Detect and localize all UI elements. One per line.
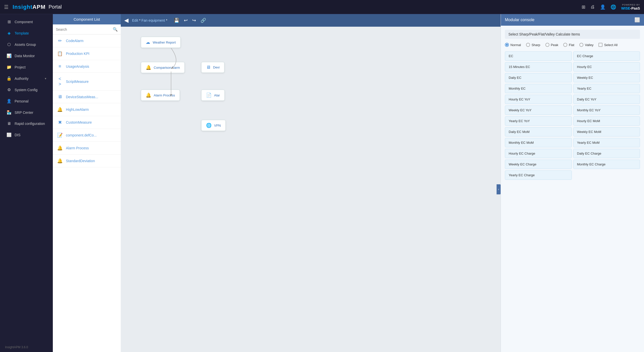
collapse-button[interactable]: ‹ — [497, 184, 501, 194]
item-btn-col2-7[interactable]: Weekly EC MoM — [573, 127, 640, 136]
sidebar-item-authority[interactable]: 🔒 Authority ▾ — [2, 73, 51, 84]
radio-group: Normal Sharp Peak Flat Valley — [505, 43, 640, 47]
item-btn-col2-1[interactable]: Hourly EC — [573, 62, 640, 72]
search-input[interactable] — [56, 27, 111, 31]
radio-sharp[interactable]: Sharp — [526, 43, 540, 47]
node-alarm-process[interactable]: 🔔 Alarm Process — [141, 90, 180, 101]
radio-flat[interactable]: Flat — [563, 43, 574, 47]
item-btn-col1-5[interactable]: Weekly EC YoY — [505, 105, 572, 115]
item-btn-col2-0[interactable]: EC Charge — [573, 51, 640, 61]
menu-icon[interactable]: ☰ — [4, 4, 9, 10]
component-item-component-defco[interactable]: 📝 component.defCo... — [53, 129, 121, 142]
item-btn-col2-9[interactable]: Daily EC Charge — [573, 149, 640, 158]
sidebar-item-personal[interactable]: 👤 Personal — [2, 96, 51, 107]
sidebar-version: InsightAPM 3.6.0 — [0, 342, 53, 352]
sidebar-item-template[interactable]: ◈ Template — [2, 28, 51, 39]
sidebar-item-system-config[interactable]: ⚙ System Config — [2, 84, 51, 95]
radio-valley-label: Valley — [585, 43, 593, 47]
sidebar-item-project[interactable]: 📁 Project — [2, 62, 51, 73]
radio-sharp-circle — [526, 43, 530, 47]
node-vpn[interactable]: 🌐 VPN — [201, 120, 226, 131]
component-item-standard-deviation[interactable]: 🔔 StandardDeviation — [53, 155, 121, 167]
component-item-alarm-process[interactable]: 🔔 Alarm Process — [53, 142, 121, 155]
link-button[interactable]: 🔗 — [199, 17, 207, 24]
authority-arrow: ▾ — [45, 77, 46, 80]
standard-deviation-icon: 🔔 — [57, 158, 63, 164]
item-btn-col1-10[interactable]: Weekly EC Charge — [505, 160, 572, 169]
sidebar-item-component[interactable]: ⊞ Component — [2, 16, 51, 27]
user-icon[interactable]: 👤 — [600, 4, 606, 10]
assets-group-icon: ⬡ — [7, 42, 12, 47]
usage-analysis-label: UsageAnalysis — [66, 64, 89, 68]
grid-icon[interactable]: ⊞ — [582, 4, 585, 10]
component-list-panel: Component List 🔍 ✏ CodeAlarm 📋 Productio… — [53, 14, 121, 352]
radio-normal[interactable]: Normal — [505, 43, 521, 47]
item-btn-col1-1[interactable]: 15 Minutes EC — [505, 62, 572, 72]
globe-icon[interactable]: 🌐 — [611, 4, 616, 10]
canvas-actions: 💾 ↩ ↪ 🔗 — [173, 17, 207, 24]
sidebar-item-assets-group[interactable]: ⬡ Assets Group — [2, 39, 51, 50]
component-item-production-kpi[interactable]: 📋 Production KPI — [53, 47, 121, 60]
radio-peak[interactable]: Peak — [545, 43, 558, 47]
sidebar-item-dis[interactable]: ⬜ DIS — [2, 129, 51, 140]
component-item-device-status[interactable]: 🖥 DeviceStatusMeas... — [53, 91, 121, 103]
component-item-highlow-alarm[interactable]: 🔔 HighLowAlarm — [53, 103, 121, 116]
script-measure-label: ScriptMeasure — [66, 80, 89, 84]
alarm2-icon: 📄 — [206, 92, 212, 98]
sidebar-item-rapid-config[interactable]: 🖥 Rapid configuration — [2, 118, 51, 129]
search-icon[interactable]: 🔍 — [113, 27, 118, 32]
item-btn-col2-2[interactable]: Weekly EC — [573, 73, 640, 82]
project-icon: 📁 — [7, 65, 12, 69]
custom-measure-icon: ✖ — [57, 120, 63, 125]
node-label: Weather Report — [153, 41, 176, 44]
component-item-script-measure[interactable]: < > ScriptMeasure — [53, 73, 121, 91]
sidebar-item-label: System Config — [15, 88, 37, 92]
node-comparison-alarm[interactable]: 🔔 ComparisonAlarm — [141, 62, 185, 73]
sidebar-item-label: Assets Group — [15, 43, 36, 47]
node-alarm2[interactable]: 📄 Alar — [201, 90, 225, 101]
modular-console-resize-icon[interactable]: ⬜ — [634, 17, 640, 23]
sidebar: ⊞ Component ◈ Template ⬡ Assets Group 📊 … — [0, 14, 53, 352]
item-btn-col2-8[interactable]: Yearly EC MoM — [573, 138, 640, 147]
canvas-body: ☁ Weather Report 🔔 ComparisonAlarm 🖥 Dev… — [121, 27, 501, 352]
node-device[interactable]: 🖥 Devi — [201, 62, 224, 73]
item-btn-col1-7[interactable]: Daily EC MoM — [505, 127, 572, 136]
select-label: Select Sharp/Peak/Flat/Valley Calculate … — [505, 30, 640, 39]
select-all-checkbox[interactable]: Select All — [598, 43, 617, 47]
back-icon[interactable]: ◀ — [124, 17, 129, 24]
node-weather-report[interactable]: ☁ Weather Report — [141, 37, 181, 48]
item-btn-col1-11[interactable]: Yearly EC Charge — [505, 170, 572, 180]
item-btn-col2-5[interactable]: Monthly EC YoY — [573, 105, 640, 115]
item-btn-col1-8[interactable]: Monthly EC MoM — [505, 138, 572, 147]
component-item-usage-analysis[interactable]: ≡ UsageAnalysis — [53, 60, 121, 73]
component-item-custom-measure[interactable]: ✖ CustomMeasure — [53, 116, 121, 129]
logo-apm: APM — [32, 4, 46, 10]
redo-button[interactable]: ↪ — [191, 17, 197, 24]
component-list-search: 🔍 — [53, 24, 121, 34]
item-btn-col1-6[interactable]: Yearly EC YoY — [505, 116, 572, 126]
code-alarm-label: CodeAlarm — [66, 39, 84, 43]
sidebar-item-label: DIS — [15, 133, 20, 137]
item-btn-col2-3[interactable]: Yearly EC — [573, 84, 640, 93]
item-btn-col2-4[interactable]: Daily EC YoY — [573, 95, 640, 104]
comparison-alarm-icon: 🔔 — [146, 65, 151, 70]
items-grid: ECEC Charge15 Minutes ECHourly ECDaily E… — [505, 51, 640, 180]
undo-button[interactable]: ↩ — [183, 17, 189, 24]
component-item-code-alarm[interactable]: ✏ CodeAlarm — [53, 34, 121, 47]
item-btn-col1-2[interactable]: Daily EC — [505, 73, 572, 82]
authority-icon: 🔒 — [7, 76, 12, 81]
sidebar-item-data-monitor[interactable]: 📊 Data Monitor — [2, 50, 51, 61]
alarm-process-label: Alarm Process — [66, 146, 89, 150]
item-btn-col1-3[interactable]: Monthly EC — [505, 84, 572, 93]
item-btn-col1-0[interactable]: EC — [505, 51, 572, 61]
item-btn-col2-10[interactable]: Monthly EC Charge — [573, 160, 640, 169]
item-btn-col1-9[interactable]: Hourly EC Charge — [505, 149, 572, 158]
save-button[interactable]: 💾 — [173, 17, 180, 24]
select-all-label: Select All — [604, 43, 617, 47]
item-btn-col1-4[interactable]: Hourly EC YoY — [505, 95, 572, 104]
radio-valley[interactable]: Valley — [579, 43, 593, 47]
device-icon: 🖥 — [206, 65, 211, 70]
notification-icon[interactable]: 🖨 — [590, 4, 595, 10]
sidebar-item-srp-center[interactable]: 🏪 SRP Center — [2, 107, 51, 118]
item-btn-col2-6[interactable]: Hourly EC MoM — [573, 116, 640, 126]
